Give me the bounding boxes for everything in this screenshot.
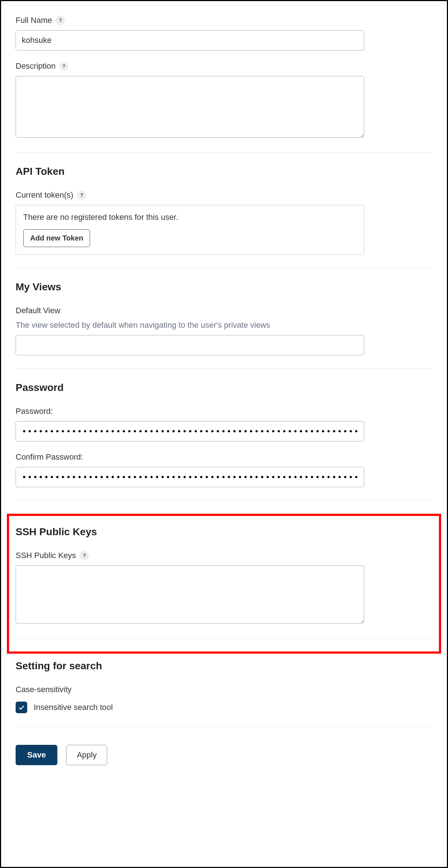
ssh-keys-group: SSH Public Keys ? xyxy=(16,551,432,625)
case-sensitivity-label: Case-sensitivity xyxy=(16,685,72,694)
help-icon[interactable]: ? xyxy=(80,551,89,560)
my-views-title: My Views xyxy=(16,281,432,293)
description-textarea[interactable] xyxy=(16,76,364,138)
full-name-input[interactable] xyxy=(16,30,364,51)
password-label: Password: xyxy=(16,407,53,416)
default-view-input[interactable] xyxy=(16,335,364,355)
help-icon[interactable]: ? xyxy=(77,190,86,200)
full-name-label: Full Name xyxy=(16,16,52,25)
case-sensitivity-label-row: Case-sensitivity xyxy=(16,685,432,694)
token-box: There are no registered tokens for this … xyxy=(16,205,364,255)
full-name-group: Full Name ? xyxy=(16,16,432,51)
divider xyxy=(16,638,432,638)
add-token-button[interactable]: Add new Token xyxy=(23,229,90,247)
divider xyxy=(16,500,432,501)
default-view-label: Default View xyxy=(16,306,60,315)
ssh-keys-label-row: SSH Public Keys ? xyxy=(16,551,432,560)
password-label-row: Password: xyxy=(16,407,432,416)
ssh-keys-textarea[interactable] xyxy=(16,565,364,623)
current-tokens-group: Current token(s) ? There are no register… xyxy=(16,190,432,255)
api-token-title: API Token xyxy=(16,166,432,177)
ssh-keys-label: SSH Public Keys xyxy=(16,551,76,560)
current-tokens-label-row: Current token(s) ? xyxy=(16,190,432,200)
help-icon[interactable]: ? xyxy=(59,61,69,71)
checkbox-row: Insensitive search tool xyxy=(16,702,432,713)
confirm-password-label: Confirm Password: xyxy=(16,452,83,462)
default-view-description: The view selected by default when naviga… xyxy=(16,320,432,330)
divider xyxy=(16,152,432,153)
search-settings-title: Setting for search xyxy=(16,660,432,672)
default-view-group: Default View The view selected by defaul… xyxy=(16,306,432,355)
case-sensitivity-group: Case-sensitivity Insensitive search tool xyxy=(16,685,432,713)
confirm-password-group: Confirm Password: xyxy=(16,452,432,487)
save-button[interactable]: Save xyxy=(16,745,57,765)
divider xyxy=(16,268,432,268)
description-group: Description ? xyxy=(16,61,432,139)
apply-button[interactable]: Apply xyxy=(66,745,107,765)
confirm-password-input[interactable] xyxy=(16,467,364,487)
button-row: Save Apply xyxy=(16,745,432,765)
description-label-row: Description ? xyxy=(16,61,432,71)
insensitive-search-label: Insensitive search tool xyxy=(34,703,113,712)
full-name-label-row: Full Name ? xyxy=(16,16,432,25)
check-icon xyxy=(18,704,25,711)
default-view-label-row: Default View xyxy=(16,306,432,315)
divider xyxy=(16,726,432,727)
help-icon[interactable]: ? xyxy=(56,16,65,25)
password-title: Password xyxy=(16,382,432,393)
confirm-password-label-row: Confirm Password: xyxy=(16,452,432,462)
description-label: Description xyxy=(16,61,56,71)
password-input[interactable] xyxy=(16,421,364,441)
ssh-highlight-box: SSH Public Keys SSH Public Keys ? xyxy=(7,514,441,654)
divider xyxy=(16,368,432,369)
insensitive-search-checkbox[interactable] xyxy=(16,702,27,713)
no-tokens-text: There are no registered tokens for this … xyxy=(23,213,357,222)
ssh-keys-title: SSH Public Keys xyxy=(16,526,432,538)
current-tokens-label: Current token(s) xyxy=(16,190,73,200)
password-group: Password: xyxy=(16,407,432,441)
